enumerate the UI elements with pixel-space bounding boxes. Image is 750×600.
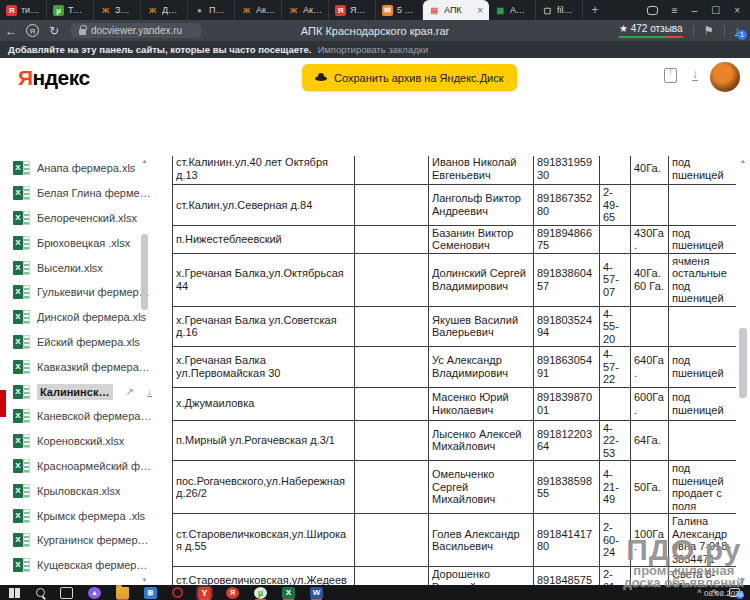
sidebar-file-item[interactable]: XКавказкий фермера .xls — [0, 354, 152, 379]
download-file-icon[interactable]: ↓ — [692, 69, 698, 81]
avatar[interactable] — [710, 62, 740, 92]
file-name: Каневской фермера .xls — [37, 410, 152, 422]
scroll-down-icon[interactable]: ▼ — [738, 575, 748, 585]
table-cell: под пшеницей — [669, 347, 737, 388]
browser-tab[interactable]: ЯЯндек — [329, 0, 376, 20]
sidebar-file-item[interactable]: XБелая Глина фермера.xlsx — [0, 181, 152, 206]
sidebar-file-item[interactable]: XКалининский↗↓ — [0, 379, 152, 404]
excel-file-icon: X — [13, 335, 30, 349]
table-cell: 2-49-65 — [600, 185, 631, 226]
alice-icon[interactable]: ▴ — [88, 587, 101, 599]
excel-icon[interactable]: X — [282, 587, 295, 599]
browser-tab[interactable]: ▦АПК В — [489, 0, 536, 20]
table-row: х.Гречаная Балка,ул.Октябрьсая 44Долинск… — [173, 253, 737, 306]
browser-tab[interactable]: ▤АПК× — [423, 0, 489, 20]
table-cell: Омельченко Сергей Михайлович — [429, 461, 534, 514]
document-scrollbar[interactable]: ▲ ▼ — [738, 156, 748, 585]
pen-icon[interactable]: ✎ — [711, 588, 719, 598]
back-icon[interactable]: ← — [0, 24, 22, 38]
excel-file-icon: X — [13, 484, 30, 498]
hint-text: Добавляйте на эту панель сайты, которые … — [8, 44, 311, 55]
downloads-icon[interactable]: ↓ 1 — [735, 25, 741, 36]
browser-tab[interactable]: Ятихое — [0, 0, 47, 20]
sidebar-file-item[interactable]: XБелореченский.xlsx — [0, 206, 152, 231]
table-cell — [355, 253, 429, 306]
excel-sheet-lines — [23, 261, 30, 275]
file-name: Кавказкий фермера .xls — [37, 361, 152, 373]
new-tab-button[interactable]: + — [583, 0, 607, 20]
search-icon[interactable] — [36, 588, 45, 597]
wheat-icon: Ж — [100, 5, 111, 16]
excel-x-glyph: X — [13, 558, 23, 572]
browser-tab[interactable]: ✉5 - От — [376, 0, 423, 20]
sidebar-file-item[interactable]: XКурганинск фермера .xls — [0, 528, 152, 553]
scroll-down-icon[interactable]: ▼ — [140, 575, 149, 585]
sidebar-file-item[interactable]: XГулькевичи фермера.xls — [0, 280, 152, 305]
table-cell — [669, 420, 737, 461]
excel-file-icon: X — [13, 285, 30, 299]
utorrent-icon[interactable]: µ — [254, 587, 267, 599]
table-cell: ст.Калинин.ул.40 лет Октября д.13 — [173, 156, 355, 185]
import-bookmarks-link[interactable]: Импортировать закладки — [317, 44, 428, 55]
browser-tab[interactable]: µТихое — [47, 0, 94, 20]
tray-chevron-icon[interactable]: ^ — [697, 588, 701, 598]
table-cell — [631, 185, 669, 226]
word-icon[interactable]: W — [310, 587, 323, 599]
sidebar-file-item[interactable]: XАнапа фермера.xls — [0, 156, 152, 181]
minimize-icon[interactable]: – — [692, 5, 698, 16]
file-name: Курганинск фермера .xls — [37, 534, 152, 546]
sidebar-file-item[interactable]: XВыселки.xlsx — [0, 255, 152, 280]
open-file-icon[interactable]: ↗ — [126, 386, 134, 397]
table-cell: 4-55-20 — [600, 306, 631, 347]
yandex-button-icon[interactable]: Я — [26, 24, 39, 37]
sidebar-scroll-thumb[interactable] — [141, 234, 148, 310]
start-icon[interactable] — [8, 587, 21, 599]
table-cell — [355, 156, 429, 185]
redapp-icon[interactable] — [172, 587, 183, 598]
table-cell: 89184141780 — [534, 514, 600, 567]
restore-icon[interactable]: ☐ — [711, 5, 720, 16]
yapp-icon[interactable]: Я — [226, 587, 239, 599]
browser-tab[interactable]: ЖЗерно — [94, 0, 141, 20]
menu-icon[interactable]: ≡ — [672, 5, 678, 16]
tab-label: Яндек — [350, 5, 369, 15]
refresh-icon[interactable]: ↻ — [43, 24, 65, 38]
sidebar-file-item[interactable]: XКореновский.xlsx — [0, 429, 152, 454]
scroll-up-icon[interactable]: ▲ — [738, 156, 748, 166]
table-cell: под пшеницей — [669, 156, 737, 185]
sidebar-file-item[interactable]: XБрюховецкая .xlsx — [0, 230, 152, 255]
store-icon[interactable]: ⊞ — [144, 587, 157, 599]
sidebar-file-item[interactable]: XЕйский фермера.xls — [0, 330, 152, 355]
document-scroll-thumb[interactable] — [739, 328, 747, 398]
address-bar[interactable]: docviewer.yandex.ru — [71, 23, 201, 38]
reviews-badge[interactable]: ★ 472 отзыва — [619, 23, 683, 38]
browser-tab[interactable]: ЖДоска — [141, 0, 188, 20]
notifications-icon[interactable]: 5 — [729, 588, 740, 597]
sidebar-file-item[interactable]: XКрыловская.xlsx — [0, 478, 152, 503]
taskview-icon[interactable] — [60, 587, 73, 599]
logo-rest: ндекс — [33, 66, 90, 89]
ybrowser-icon[interactable]: Y — [198, 587, 211, 599]
sidebar-file-item[interactable]: XДинской фермера.xls — [0, 305, 152, 330]
excel-x-glyph: X — [13, 385, 23, 399]
sidebar-file-item[interactable]: XКрымск фермера .xls — [0, 503, 152, 528]
bookmark-icon[interactable]: ⚑ — [704, 24, 714, 37]
sidebar-file-item[interactable]: XКаневской фермера .xls — [0, 404, 152, 429]
scroll-up-icon[interactable]: ▲ — [140, 156, 149, 166]
browser-tab[interactable]: ЖАкция — [282, 0, 329, 20]
browser-tab[interactable]: ЖАкция — [235, 0, 282, 20]
share-icon[interactable]: ↑ — [664, 68, 677, 83]
tab-close-icon[interactable]: × — [477, 5, 483, 16]
folder-icon[interactable] — [116, 587, 129, 599]
share-arrow: ↑ — [668, 66, 673, 77]
sidebar-file-item[interactable]: XКрасноармейский фер... xls — [0, 454, 152, 479]
sidebar-scrollbar[interactable]: ▲ ▼ — [140, 156, 149, 585]
yandex-logo[interactable]: Яндекс — [18, 66, 90, 90]
save-to-disk-button[interactable]: Сохранить архив на Яндекс.Диск — [302, 64, 517, 91]
browser-tab[interactable]: ▢file:/// — [536, 0, 583, 20]
chat-icon[interactable] — [647, 6, 658, 15]
browser-tab[interactable]: ●После — [188, 0, 235, 20]
close-icon[interactable]: × — [734, 5, 740, 16]
sidebar-file-item[interactable]: XКущевская фермера.xls — [0, 553, 152, 578]
excel-sheet-lines — [23, 434, 30, 448]
